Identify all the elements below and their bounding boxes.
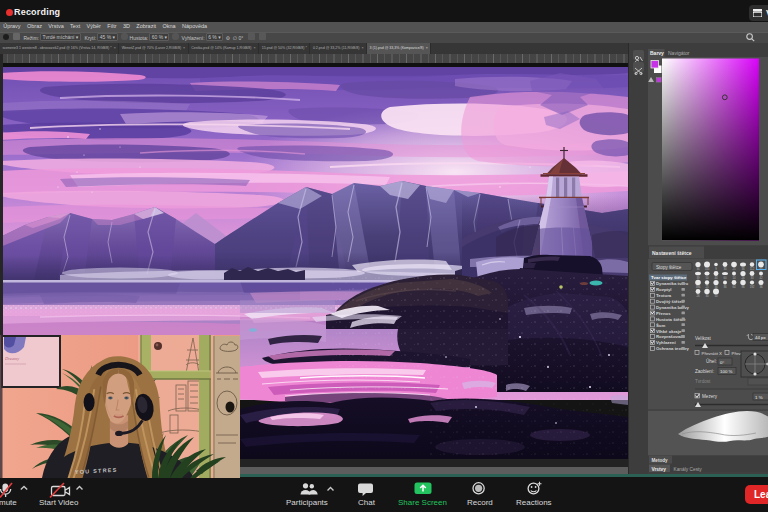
svg-text:Cesty: Cesty [690,466,703,471]
svg-text:Metody: Metody [652,457,669,462]
svg-text:100: 100 [705,267,710,271]
svg-text:Vyhlazení: Vyhlazení [656,340,676,345]
svg-text:Stopy štětce: Stopy štětce [656,264,682,269]
svg-text:112: 112 [750,267,755,271]
svg-text:50: 50 [714,294,718,298]
svg-text:Dvojitý štětec: Dvojitý štětec [656,299,685,304]
svg-text:Rozprašovač: Rozprašovač [656,334,683,339]
svg-text:Vlhké okraje: Vlhké okraje [656,328,682,333]
svg-text:60: 60 [723,276,727,280]
svg-text:36: 36 [759,285,763,289]
svg-text:Rozptyl: Rozptyl [656,287,672,292]
svg-text:Reactions: Reactions [516,498,552,507]
svg-text:36: 36 [714,285,718,289]
svg-text:Kanály: Kanály [674,466,689,471]
svg-text:39: 39 [696,276,700,280]
svg-text:Úhel:: Úhel: [706,358,717,364]
svg-text:Tvar stopy štětce: Tvar stopy štětce [651,275,687,280]
svg-text:Velikost: Velikost [695,335,712,340]
svg-text:64: 64 [732,285,736,289]
svg-text:Tvrdost: Tvrdost [695,379,711,384]
svg-text:mute: mute [0,498,17,507]
svg-text:25: 25 [732,267,736,271]
svg-text:50: 50 [705,276,709,280]
svg-text:36: 36 [723,285,727,289]
svg-text:Textura: Textura [656,293,672,298]
svg-text:0°: 0° [720,359,724,364]
svg-text:25: 25 [705,285,709,289]
svg-text:33: 33 [750,276,754,280]
svg-text:36: 36 [741,267,745,271]
svg-text:30: 30 [705,294,709,298]
svg-text:Nastavení štětce: Nastavení štětce [652,249,692,255]
svg-text:14: 14 [732,276,736,280]
svg-text:26: 26 [741,276,745,280]
svg-text:Převrátit X: Převrátit X [702,350,723,355]
svg-text:Šum: Šum [656,322,665,327]
svg-text:36: 36 [696,267,700,271]
svg-text:44: 44 [714,276,718,280]
svg-text:Participants: Participants [286,498,328,507]
svg-text:42: 42 [759,276,763,280]
svg-text:30: 30 [723,267,727,271]
svg-text:Share Screen: Share Screen [398,498,447,507]
svg-text:Dreamy: Dreamy [4,356,19,361]
svg-text:Record: Record [467,498,493,507]
svg-text:Mezery: Mezery [702,394,718,399]
svg-text:Zaoblení:: Zaoblení: [695,368,714,373]
svg-text:Chat: Chat [358,498,376,507]
svg-text:192: 192 [750,285,755,289]
svg-text:Přenos: Přenos [656,310,671,315]
svg-text:44 px: 44 px [755,335,767,340]
svg-text:26: 26 [696,294,700,298]
svg-text:1 %: 1 % [755,394,763,399]
svg-text:396: 396 [696,285,701,289]
svg-text:Navigátor: Navigátor [668,50,690,56]
svg-text:Vrstvy: Vrstvy [652,466,667,471]
svg-text:100 %: 100 % [720,369,733,374]
svg-text:Start Video: Start Video [39,498,79,507]
svg-text:96: 96 [741,285,745,289]
svg-text:Barvy: Barvy [650,50,664,56]
